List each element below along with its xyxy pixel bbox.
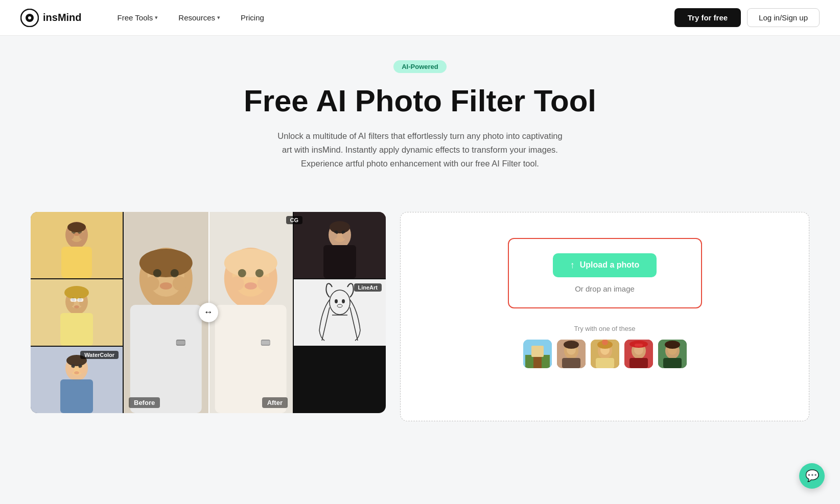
- svg-rect-80: [533, 357, 542, 368]
- svg-point-11: [67, 232, 74, 239]
- svg-point-26: [64, 286, 89, 299]
- photo-comparison-panel: ↔ Before After: [31, 212, 386, 413]
- comparison-labels: Before After: [124, 405, 293, 413]
- svg-point-75: [68, 367, 74, 373]
- hero-title: Free AI Photo Filter Tool: [244, 84, 596, 118]
- logo[interactable]: insMind: [20, 9, 82, 27]
- chevron-down-icon: ▾: [217, 14, 220, 21]
- upload-panel: ↑ Upload a photo Or drop an image Try wi…: [400, 212, 809, 421]
- svg-point-65: [342, 299, 345, 303]
- svg-rect-88: [596, 358, 614, 368]
- swap-icon[interactable]: ↔: [199, 303, 218, 322]
- svg-point-53: [255, 269, 263, 277]
- svg-point-51: [224, 249, 277, 277]
- svg-rect-24: [60, 313, 93, 346]
- nav-free-tools[interactable]: Free Tools ▾: [107, 9, 169, 26]
- upload-dropzone[interactable]: ↑ Upload a photo Or drop an image: [508, 238, 702, 308]
- svg-point-40: [153, 269, 161, 277]
- svg-rect-32: [71, 298, 77, 302]
- nav-pricing[interactable]: Pricing: [230, 9, 274, 26]
- sample-image-3[interactable]: [591, 340, 619, 368]
- upload-photo-button[interactable]: ↑ Upload a photo: [553, 253, 657, 277]
- svg-point-85: [564, 341, 579, 349]
- sample-images-label: Try with one of these: [574, 325, 635, 332]
- chevron-down-icon: ▾: [155, 14, 158, 21]
- lineart-badge: LineArt: [354, 283, 382, 292]
- svg-rect-46: [177, 341, 185, 345]
- svg-rect-37: [130, 305, 202, 413]
- svg-point-20: [331, 233, 337, 239]
- svg-point-42: [160, 282, 172, 290]
- svg-rect-5: [61, 247, 92, 278]
- svg-point-56: [257, 276, 271, 291]
- nav-actions: Try for free Log in/Sign up: [674, 8, 820, 27]
- photo-thumb-mid-right: WaterColor: [31, 347, 123, 413]
- sample-image-4[interactable]: [624, 340, 653, 368]
- nav-resources[interactable]: Resources ▾: [168, 9, 230, 26]
- svg-rect-69: [60, 379, 93, 413]
- svg-rect-15: [323, 245, 356, 278]
- svg-point-74: [74, 371, 79, 374]
- svg-rect-100: [663, 358, 682, 368]
- login-signup-button[interactable]: Log in/Sign up: [747, 8, 820, 27]
- svg-point-52: [238, 269, 246, 277]
- svg-point-39: [139, 249, 193, 277]
- sample-image-5[interactable]: [658, 340, 687, 368]
- svg-point-76: [79, 367, 85, 373]
- sample-image-1[interactable]: [523, 340, 552, 368]
- svg-point-55: [229, 276, 244, 291]
- svg-rect-49: [215, 305, 286, 413]
- nav-links: Free Tools ▾ Resources ▾ Pricing: [107, 9, 674, 26]
- svg-point-2: [28, 16, 31, 19]
- photo-grid: ↔ Before After: [31, 212, 386, 413]
- photo-thumb-mid-left: [294, 212, 386, 278]
- svg-point-44: [173, 276, 187, 291]
- main-content: ↔ Before After: [0, 212, 840, 452]
- hero-description: Unlock a multitude of AI filters that ef…: [272, 129, 568, 171]
- svg-rect-83: [562, 358, 580, 368]
- svg-point-21: [342, 233, 348, 239]
- drop-text: Or drop an image: [575, 284, 635, 293]
- upload-icon: ↑: [570, 260, 575, 271]
- svg-point-43: [145, 276, 159, 291]
- hero-section: AI-Powered Free AI Photo Filter Tool Unl…: [0, 36, 840, 212]
- watercolor-badge: WaterColor: [80, 351, 119, 359]
- photo-comparison-center: ↔ Before After: [124, 212, 293, 413]
- svg-point-9: [74, 233, 80, 236]
- photo-thumb-top-right: LineArt: [294, 279, 386, 346]
- photo-thumb-top-left: [31, 212, 123, 278]
- logo-text: insMind: [43, 12, 82, 23]
- try-for-free-button[interactable]: Try for free: [674, 8, 741, 27]
- photo-thumb-bot-left: [31, 279, 123, 346]
- cg-badge: CG: [286, 216, 303, 224]
- svg-point-10: [67, 222, 86, 232]
- svg-point-29: [74, 305, 79, 308]
- label-before: Before: [129, 397, 160, 408]
- svg-point-64: [335, 299, 338, 303]
- navbar: insMind Free Tools ▾ Resources ▾ Pricing…: [0, 0, 840, 36]
- sample-image-2[interactable]: [557, 340, 586, 368]
- svg-point-54: [244, 282, 256, 290]
- ai-powered-badge: AI-Powered: [393, 60, 447, 73]
- svg-point-17: [330, 221, 350, 233]
- svg-rect-79: [531, 346, 544, 357]
- svg-rect-33: [77, 298, 83, 302]
- svg-rect-97: [635, 344, 643, 347]
- sample-images-row: [523, 340, 687, 368]
- svg-point-41: [171, 269, 179, 277]
- chat-button[interactable]: 💬: [799, 463, 825, 489]
- svg-rect-94: [629, 358, 648, 368]
- chat-icon: 💬: [805, 469, 819, 483]
- label-after: After: [262, 397, 288, 408]
- svg-point-102: [665, 341, 680, 349]
- svg-point-12: [79, 232, 86, 239]
- svg-rect-58: [261, 341, 269, 345]
